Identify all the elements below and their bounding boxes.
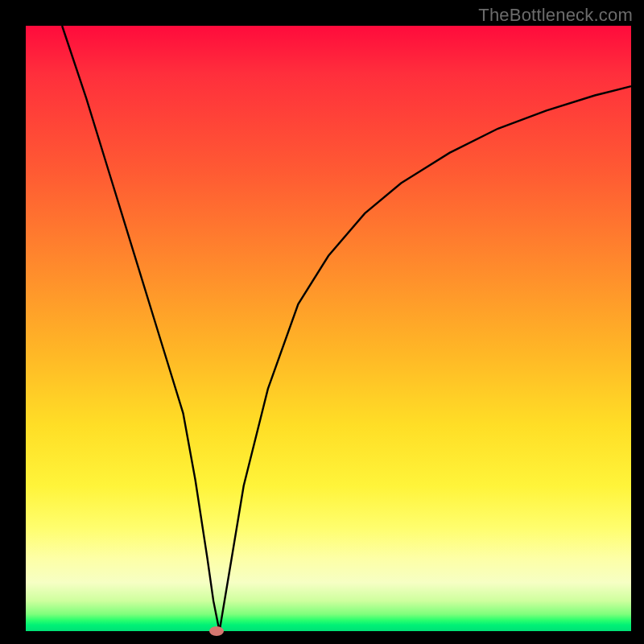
chart-frame: TheBottleneck.com: [0, 0, 644, 644]
curve-path: [62, 26, 631, 631]
bottleneck-curve: [26, 26, 631, 631]
plot-area: [26, 26, 631, 631]
minimum-marker: [209, 626, 224, 636]
watermark-text: TheBottleneck.com: [478, 5, 633, 26]
